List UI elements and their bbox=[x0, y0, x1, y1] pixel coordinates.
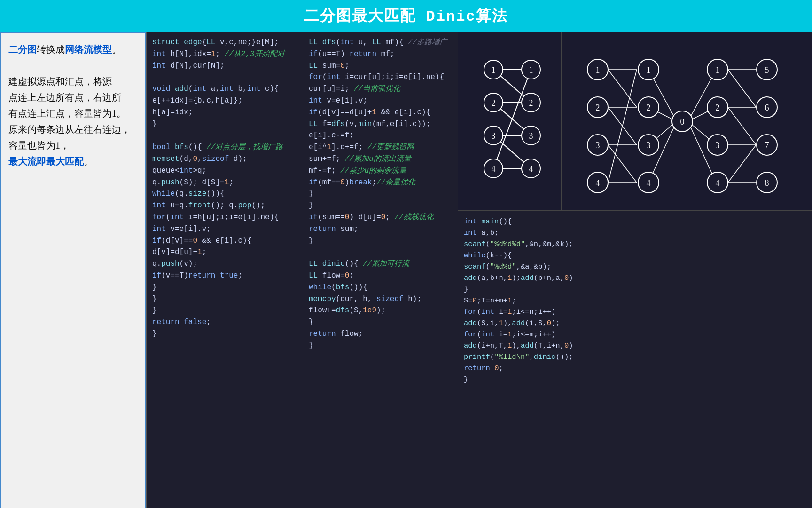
code-line: LL f=dfs(v,min(mf,e[i].c)); bbox=[309, 119, 452, 130]
svg-line-29 bbox=[608, 145, 637, 183]
code-line: if(d[v]==d[u]+1 && e[i].c){ bbox=[309, 107, 452, 119]
code-line: } bbox=[464, 374, 806, 385]
code-line: add(i+n,T,1),add(T,i+n,0) bbox=[464, 340, 806, 351]
svg-line-31 bbox=[608, 70, 637, 183]
code-line: cur[u]=i; //当前弧优化 bbox=[309, 83, 452, 95]
code-line: add(S,i,1),add(i,S,0); bbox=[464, 318, 806, 329]
code-line: } bbox=[152, 305, 297, 317]
code-line: scanf("%d%d%d",&n,&m,&k); bbox=[464, 238, 806, 250]
code-line: e[++idx]={b,c,h[a]}; bbox=[152, 95, 297, 107]
code-line: return false; bbox=[152, 317, 297, 328]
svg-text:2: 2 bbox=[491, 98, 495, 108]
code-line: return sum; bbox=[309, 223, 452, 235]
code-line: } bbox=[309, 235, 452, 247]
code-line: return flow; bbox=[309, 328, 452, 340]
svg-line-7 bbox=[493, 70, 531, 168]
code-line: for(int i=h[u];i;i=e[i].ne){ bbox=[152, 212, 297, 223]
svg-text:1: 1 bbox=[595, 65, 600, 75]
code-line: if(sum==0) d[u]=0; //残栈优化 bbox=[309, 212, 452, 223]
svg-text:3: 3 bbox=[646, 141, 650, 150]
code-line: scanf("%d%d",&a,&b); bbox=[464, 261, 806, 272]
code-line: while(k--){ bbox=[464, 250, 806, 261]
bipartite-graph: 1 2 3 4 1 2 3 4 bbox=[458, 32, 562, 210]
svg-line-46 bbox=[728, 145, 756, 183]
code-line: for(int i=cur[u];i;i=e[i].ne){ bbox=[309, 71, 452, 83]
code-line: d[v]=d[u]+1; bbox=[152, 246, 297, 258]
code-line: while(bfs()){ bbox=[309, 282, 452, 294]
code-line: for(int i=1;i<=n;i++) bbox=[464, 306, 806, 318]
svg-text:2: 2 bbox=[529, 98, 533, 108]
code-line: int a,b; bbox=[464, 227, 806, 238]
explanation-line5: 有点连上汇点，容量皆为1。 bbox=[8, 105, 137, 121]
code-line: while(q.size()){ bbox=[152, 188, 297, 200]
code-line: for(int i=1;i<=m;i++) bbox=[464, 329, 806, 340]
explanation-line7: 容量也皆为1， bbox=[8, 137, 137, 153]
code-line: } bbox=[152, 328, 297, 340]
code-line: mf-=f; //减少u的剩余流量 bbox=[309, 165, 452, 177]
code-line: e[i].c-=f; bbox=[309, 130, 452, 142]
code-line: int v=e[i].v; bbox=[152, 223, 297, 235]
svg-text:1: 1 bbox=[491, 65, 495, 75]
code-line: printf("%lld\n",dinic()); bbox=[464, 351, 806, 363]
svg-text:3: 3 bbox=[491, 131, 495, 141]
code-line: queue<int>q; bbox=[152, 165, 297, 177]
highlight-maxflow: 最大流即最大匹配 bbox=[8, 156, 84, 167]
svg-line-41 bbox=[728, 70, 756, 107]
code-line: sum+=f; //累加u的流出流量 bbox=[309, 153, 452, 165]
code-line: int v=e[i].v; bbox=[309, 95, 452, 107]
code-line: h[a]=idx; bbox=[152, 107, 297, 119]
svg-text:0: 0 bbox=[680, 117, 684, 127]
page-title: 二分图最大匹配 Dinic算法 bbox=[0, 0, 812, 32]
explanation-line3: 建虚拟源点和汇点，将源 bbox=[8, 73, 137, 89]
svg-text:2: 2 bbox=[715, 103, 719, 112]
svg-text:3: 3 bbox=[529, 131, 533, 141]
svg-text:4: 4 bbox=[715, 178, 719, 188]
code-line: if(v==T)return true; bbox=[152, 270, 297, 282]
explanation-panel: 二分图转换成网络流模型。 建虚拟源点和汇点，将源 点连上左边所有点，右边所 有点… bbox=[0, 32, 146, 508]
code-line: } bbox=[309, 340, 452, 352]
title-text: 二分图最大匹配 Dinic算法 bbox=[304, 8, 508, 25]
code-panel-1: struct edge{LL v,c,ne;}e[M]; int h[N],id… bbox=[146, 32, 303, 508]
code-line: add(a,b+n,1);add(b+n,a,0) bbox=[464, 272, 806, 284]
code-line: if(d[v]==0 && e[i].c){ bbox=[152, 235, 297, 247]
code-line bbox=[152, 130, 297, 142]
code-line: S=0;T=n+m+1; bbox=[464, 295, 806, 306]
code-line: } bbox=[309, 317, 452, 328]
svg-text:2: 2 bbox=[646, 103, 650, 112]
code-line: q.push(v); bbox=[152, 258, 297, 270]
svg-text:3: 3 bbox=[715, 141, 719, 150]
code-line: memset(d,0,sizeof d); bbox=[152, 153, 297, 165]
svg-text:4: 4 bbox=[491, 164, 495, 174]
code-line: } bbox=[309, 200, 452, 212]
svg-text:2: 2 bbox=[595, 103, 600, 112]
code-line: flow+=dfs(S,1e9); bbox=[309, 305, 452, 317]
code-line: } bbox=[309, 188, 452, 200]
explanation-line6: 原来的每条边从左往右连边， bbox=[8, 121, 137, 137]
code-line: LL dfs(int u, LL mf){ //多路增广 bbox=[309, 37, 452, 48]
code-line: void add(int a,int b,int c){ bbox=[152, 83, 297, 95]
code-panel-3: int main(){ int a,b; scanf("%d%d%d",&n,&… bbox=[458, 211, 812, 508]
code-line bbox=[152, 71, 297, 83]
network-graph: 1 2 3 4 1 2 3 4 bbox=[562, 32, 812, 210]
svg-text:8: 8 bbox=[765, 178, 769, 188]
svg-text:4: 4 bbox=[595, 178, 600, 188]
code-line: LL flow=0; bbox=[309, 270, 452, 282]
svg-text:1: 1 bbox=[715, 65, 719, 75]
code-line: int h[N],idx=1; //从2,3开始配对 bbox=[152, 48, 297, 60]
code-line: } bbox=[152, 282, 297, 294]
code-line: bool bfs(){ //对点分层，找增广路 bbox=[152, 142, 297, 153]
code-line: if(mf==0)break;//余量优化 bbox=[309, 177, 452, 189]
svg-text:4: 4 bbox=[646, 178, 650, 188]
svg-text:3: 3 bbox=[595, 141, 600, 150]
code-line: q.push(S); d[S]=1; bbox=[152, 177, 297, 189]
svg-text:1: 1 bbox=[646, 65, 650, 75]
code-line: LL dinic(){ //累加可行流 bbox=[309, 258, 452, 270]
main-content: 二分图转换成网络流模型。 建虚拟源点和汇点，将源 点连上左边所有点，右边所 有点… bbox=[0, 32, 812, 508]
code-line: e[i^1].c+=f; //更新残留网 bbox=[309, 142, 452, 153]
right-section: 1 2 3 4 1 2 3 4 bbox=[458, 32, 812, 508]
highlight-network: 网络流模型 bbox=[65, 44, 112, 55]
svg-text:5: 5 bbox=[765, 65, 769, 75]
code-line: int u=q.front(); q.pop(); bbox=[152, 200, 297, 212]
code-line: } bbox=[152, 294, 297, 305]
code-line bbox=[309, 246, 452, 258]
